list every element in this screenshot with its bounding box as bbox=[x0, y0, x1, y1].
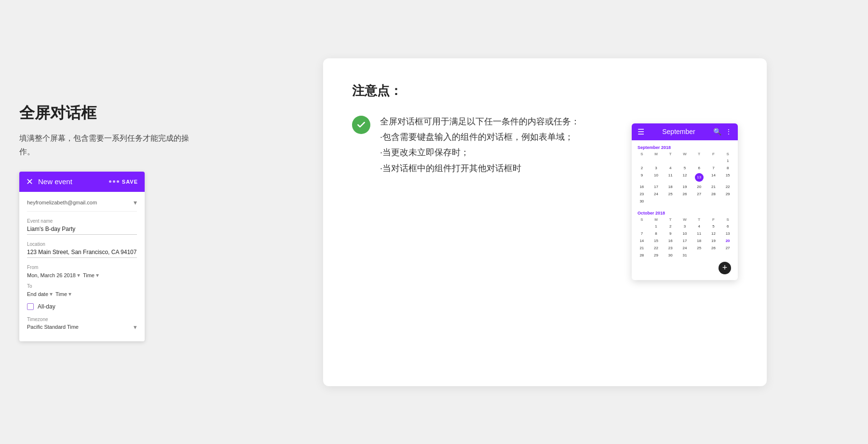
cal-day[interactable]: 23 bbox=[635, 190, 649, 198]
cal-day[interactable]: 10 bbox=[678, 230, 692, 237]
cal-day[interactable]: 19 bbox=[678, 183, 692, 190]
cal-day[interactable] bbox=[692, 157, 706, 164]
cal-day[interactable]: 5 bbox=[678, 164, 692, 172]
cal-day[interactable]: 15 bbox=[649, 237, 664, 244]
cal-day[interactable]: 11 bbox=[692, 230, 706, 237]
cal-day[interactable]: 14 bbox=[635, 237, 649, 244]
to-time-select[interactable]: Time ▾ bbox=[55, 291, 71, 297]
calendar-wrapper: ☰ September 🔍 ⋮ September 2018 bbox=[632, 114, 738, 280]
cal-day[interactable]: 12 bbox=[678, 172, 692, 183]
cal-day[interactable]: 28 bbox=[706, 190, 721, 198]
form-card: ✕ New event SAVE heyfromelizabeth@gmail.… bbox=[19, 172, 145, 341]
weekday-t1: T bbox=[663, 152, 678, 156]
email-chevron-icon: ▾ bbox=[134, 199, 137, 206]
event-name-label: Event name bbox=[27, 218, 137, 224]
cal-day[interactable]: 17 bbox=[649, 183, 664, 190]
cal-day[interactable]: 22 bbox=[649, 244, 664, 252]
cal-day[interactable]: 13 bbox=[692, 172, 706, 183]
from-date-select[interactable]: Mon, March 26 2018 ▾ bbox=[27, 272, 80, 279]
cal-day[interactable] bbox=[635, 223, 649, 230]
cal-day[interactable] bbox=[663, 157, 678, 164]
cal-day[interactable]: 27 bbox=[692, 190, 706, 198]
to-date-chevron-icon: ▾ bbox=[50, 291, 53, 297]
cal-day[interactable]: 7 bbox=[635, 230, 649, 237]
cal-header: ☰ September 🔍 ⋮ bbox=[632, 123, 738, 140]
form-body: heyfromelizabeth@gmail.com ▾ Event name … bbox=[19, 192, 145, 341]
cal-day[interactable]: 25 bbox=[692, 244, 706, 252]
cal-day[interactable]: 10 bbox=[649, 172, 664, 183]
search-icon[interactable]: 🔍 bbox=[713, 128, 721, 135]
cal-day[interactable]: 15 bbox=[720, 172, 735, 183]
cal-day[interactable]: 25 bbox=[663, 190, 678, 198]
save-button[interactable]: SAVE bbox=[122, 179, 138, 185]
close-icon[interactable]: ✕ bbox=[26, 176, 33, 187]
cal-day[interactable]: 20 bbox=[692, 183, 706, 190]
page-title: 全屏对话框 bbox=[19, 103, 203, 124]
cal-day[interactable] bbox=[635, 157, 649, 164]
cal-day[interactable]: 19 bbox=[706, 237, 721, 244]
sep-days: 1234567891011121314151617181920212223242… bbox=[635, 157, 735, 205]
cal-day[interactable]: 9 bbox=[635, 172, 649, 183]
cal-day[interactable]: 9 bbox=[663, 230, 678, 237]
cal-day[interactable]: 3 bbox=[678, 223, 692, 230]
cal-day[interactable]: 24 bbox=[649, 190, 664, 198]
cal-day[interactable]: 16 bbox=[663, 237, 678, 244]
cal-today[interactable]: 13 bbox=[695, 173, 704, 182]
cal-day[interactable]: 30 bbox=[635, 198, 649, 205]
from-time-value: Time bbox=[83, 272, 95, 278]
cal-day[interactable]: 18 bbox=[692, 237, 706, 244]
to-date-select[interactable]: End date ▾ bbox=[27, 291, 53, 297]
cal-day[interactable]: 31 bbox=[678, 252, 692, 259]
hamburger-icon[interactable]: ☰ bbox=[637, 127, 644, 136]
cal-day[interactable]: 13 bbox=[720, 230, 735, 237]
right-panel: 注意点： 全屏对话框可用于满足以下任一条件的内容或任务： ·包含需要键盘输入的组… bbox=[222, 39, 868, 405]
cal-day[interactable]: 6 bbox=[692, 164, 706, 172]
fab-button[interactable]: + bbox=[719, 262, 731, 274]
location-value[interactable]: 123 Main Street, San Francisco, CA 94107 bbox=[27, 249, 137, 258]
page-description: 填满整个屏幕，包含需要一系列任务才能完成的操作。 bbox=[19, 132, 203, 158]
cal-day[interactable]: 8 bbox=[720, 164, 735, 172]
cal-day[interactable]: 3 bbox=[649, 164, 664, 172]
cal-day[interactable]: 7 bbox=[706, 164, 721, 172]
cal-day[interactable]: 30 bbox=[663, 252, 678, 259]
allday-checkbox[interactable] bbox=[27, 303, 34, 310]
from-time-select[interactable]: Time ▾ bbox=[83, 272, 99, 279]
cal-day[interactable]: 14 bbox=[706, 172, 721, 183]
cal-highlight[interactable]: 20 bbox=[725, 237, 731, 244]
cal-day[interactable]: 12 bbox=[706, 230, 721, 237]
timezone-select[interactable]: Pacific Standard Time ▾ bbox=[27, 323, 137, 331]
cal-day[interactable] bbox=[678, 157, 692, 164]
cal-day[interactable]: 8 bbox=[649, 230, 664, 237]
cal-day[interactable]: 28 bbox=[635, 252, 649, 259]
cal-day[interactable]: 26 bbox=[706, 244, 721, 252]
cal-day[interactable]: 1 bbox=[720, 157, 735, 164]
cal-day[interactable]: 17 bbox=[678, 237, 692, 244]
event-name-value[interactable]: Liam's B-day Party bbox=[27, 226, 137, 235]
cal-day[interactable]: 26 bbox=[678, 190, 692, 198]
from-date-value: Mon, March 26 2018 bbox=[27, 272, 76, 278]
cal-day[interactable]: 6 bbox=[720, 223, 735, 230]
cal-day[interactable]: 16 bbox=[635, 183, 649, 190]
cal-day[interactable]: 27 bbox=[720, 244, 735, 252]
cal-day[interactable]: 1 bbox=[649, 223, 664, 230]
cal-day[interactable]: 23 bbox=[663, 244, 678, 252]
cal-day[interactable]: 4 bbox=[663, 164, 678, 172]
cal-day[interactable]: 20 bbox=[720, 237, 735, 244]
cal-day[interactable]: 2 bbox=[635, 164, 649, 172]
sep-month-label: September 2018 bbox=[635, 143, 735, 152]
cal-day[interactable]: 22 bbox=[720, 183, 735, 190]
cal-day[interactable]: 11 bbox=[663, 172, 678, 183]
cal-day[interactable]: 18 bbox=[663, 183, 678, 190]
cal-day[interactable]: 2 bbox=[663, 223, 678, 230]
cal-day[interactable]: 5 bbox=[706, 223, 721, 230]
cal-day[interactable]: 21 bbox=[706, 183, 721, 190]
cal-day[interactable]: 4 bbox=[692, 223, 706, 230]
cal-day[interactable]: 24 bbox=[678, 244, 692, 252]
timezone-row: Timezone Pacific Standard Time ▾ bbox=[27, 317, 137, 331]
cal-day[interactable]: 21 bbox=[635, 244, 649, 252]
cal-day[interactable]: 29 bbox=[720, 190, 735, 198]
cal-day[interactable]: 29 bbox=[649, 252, 664, 259]
more-icon[interactable]: ⋮ bbox=[725, 128, 732, 135]
cal-day[interactable] bbox=[649, 157, 664, 164]
cal-day[interactable] bbox=[706, 157, 721, 164]
